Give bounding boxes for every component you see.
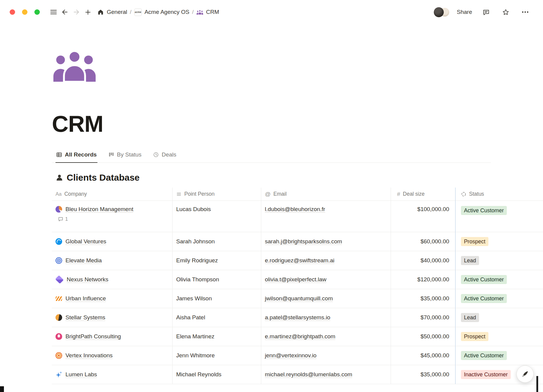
email-cell[interactable]: jwilson@quantumquill.com [261, 289, 391, 308]
company-cell[interactable]: Nexus Networks [52, 270, 173, 289]
deal-size-cell[interactable]: $120,000.00 [391, 270, 456, 289]
email-link[interactable]: olivia.t@pixelperfect.law [265, 276, 326, 283]
company-link[interactable]: Stellar Systems [65, 314, 105, 321]
email-cell[interactable]: a.patel@stellarsystems.io [261, 308, 391, 327]
company-link[interactable]: Bleu Horizon Management [65, 206, 133, 213]
breadcrumb-home[interactable]: General [95, 7, 130, 17]
email-link[interactable]: e.martinez@brightpath.com [265, 333, 335, 340]
company-link[interactable]: Nexus Networks [67, 276, 108, 283]
company-cell[interactable]: BrightPath Consulting [52, 327, 173, 346]
company-cell[interactable]: Lumen Labs [52, 365, 173, 384]
point-person-cell[interactable]: Jenn Whitmore [173, 346, 261, 365]
clock-icon [153, 152, 159, 158]
email-cell[interactable]: michael.reynolds@lumenlabs.com [261, 365, 391, 384]
company-link[interactable]: Lumen Labs [65, 371, 97, 378]
email-cell[interactable]: l.dubois@bleuhorizon.fr [261, 201, 391, 232]
column-header-company[interactable]: Company [52, 188, 173, 201]
company-link[interactable]: Global Ventures [65, 238, 106, 245]
point-person-cell[interactable]: Emily Rodriguez [173, 251, 261, 270]
deal-size-cell[interactable]: $60,000.00 [391, 232, 456, 251]
deal-size-cell[interactable]: $70,000.00 [391, 308, 456, 327]
company-link[interactable]: Elevate Media [65, 257, 102, 264]
email-link[interactable]: e.rodriguez@swiftstream.ai [265, 257, 334, 264]
deal-size-cell[interactable]: $100,000.00 [391, 201, 456, 232]
point-person-cell[interactable]: Aisha Patel [173, 308, 261, 327]
database-heading: Clients Database [56, 172, 543, 183]
email-link[interactable]: a.patel@stellarsystems.io [265, 314, 330, 321]
point-person-cell[interactable]: Olivia Thompson [173, 270, 261, 289]
database-title[interactable]: Clients Database [67, 172, 140, 183]
page-title[interactable]: CRM [52, 112, 543, 135]
avatar[interactable] [434, 7, 444, 17]
breadcrumb-page[interactable]: CRM [194, 7, 221, 17]
company-cell[interactable]: Urban Influence [52, 289, 173, 308]
column-label: Status [469, 191, 484, 197]
sidebar-toggle-button[interactable] [48, 6, 59, 18]
email-cell[interactable]: e.rodriguez@swiftstream.ai [261, 251, 391, 270]
more-options-button[interactable] [519, 6, 531, 18]
point-person-cell[interactable]: Michael Reynolds [173, 365, 261, 384]
status-cell[interactable]: Active Customer [456, 270, 543, 289]
close-window-button[interactable] [10, 9, 15, 15]
column-header-email[interactable]: Email [261, 188, 391, 201]
status-cell[interactable]: Prospect [456, 327, 543, 346]
column-header-point-person[interactable]: Point Person [173, 188, 261, 201]
new-tab-button[interactable] [82, 6, 94, 18]
company-cell[interactable]: Elevate Media [52, 251, 173, 270]
minimize-window-button[interactable] [22, 9, 27, 15]
comments-button[interactable] [480, 6, 492, 18]
share-button[interactable]: Share [457, 9, 472, 15]
favorite-button[interactable] [500, 6, 511, 18]
email-cell[interactable]: sarah.j@brightsparksolns.com [261, 232, 391, 251]
back-button[interactable] [59, 6, 71, 18]
email-cell[interactable]: olivia.t@pixelperfect.law [261, 270, 391, 289]
status-cell[interactable]: Active Customer [456, 201, 543, 232]
email-link[interactable]: l.dubois@bleuhorizon.fr [265, 206, 325, 213]
company-link[interactable]: Urban Influence [65, 295, 106, 302]
status-cell[interactable]: Prospect [456, 232, 543, 251]
tab-by-status[interactable]: By Status [108, 150, 142, 163]
status-cell[interactable]: Lead [456, 308, 543, 327]
company-logo-icon [56, 371, 62, 378]
company-cell[interactable]: Global Ventures [52, 232, 173, 251]
status-badge: Active Customer [461, 294, 507, 303]
point-person-cell[interactable]: Elena Martinez [173, 327, 261, 346]
list-icon [176, 191, 182, 197]
point-person-cell[interactable]: Lucas Dubois [173, 201, 261, 232]
email-link[interactable]: jenn@vertexinnov.io [265, 352, 316, 359]
breadcrumb-workspace[interactable]: acme Acme Agency OS [132, 7, 192, 17]
status-cell[interactable]: Lead [456, 251, 543, 270]
email-cell[interactable]: jenn@vertexinnov.io [261, 346, 391, 365]
column-header-deal-size[interactable]: Deal size [391, 188, 456, 201]
company-cell[interactable]: Stellar Systems [52, 308, 173, 327]
company-logo-icon [56, 238, 62, 245]
email-link[interactable]: sarah.j@brightsparksolns.com [265, 238, 342, 245]
column-header-status[interactable]: Status [456, 188, 543, 201]
deal-size-cell[interactable]: $50,000.00 [391, 327, 456, 346]
company-link[interactable]: BrightPath Consulting [65, 333, 121, 340]
comment-indicator[interactable]: 1 [58, 216, 68, 222]
email-link[interactable]: michael.reynolds@lumenlabs.com [265, 371, 352, 378]
page-icon-button[interactable] [52, 47, 97, 82]
tab-all-records[interactable]: All Records [56, 150, 97, 163]
company-cell[interactable]: Bleu Horizon Management 1 [52, 201, 173, 232]
point-person-cell[interactable]: Sarah Johnson [173, 232, 261, 251]
zoom-window-button[interactable] [34, 9, 40, 15]
deal-size-cell[interactable]: $40,000.00 [391, 251, 456, 270]
company-cell[interactable]: Vertex Innovations [52, 346, 173, 365]
point-person-cell[interactable]: James Wilson [173, 289, 261, 308]
plus-icon [84, 8, 92, 16]
new-record-fab-button[interactable] [516, 365, 534, 383]
forward-button[interactable] [71, 6, 82, 18]
status-cell[interactable]: Active Customer [456, 289, 543, 308]
status-cell[interactable]: Active Customer [456, 346, 543, 365]
email-link[interactable]: jwilson@quantumquill.com [265, 295, 333, 302]
deal-size-cell[interactable]: $45,000.00 [391, 346, 456, 365]
column-label: Email [273, 191, 287, 197]
tab-deals[interactable]: Deals [152, 150, 177, 163]
company-link[interactable]: Vertex Innovations [65, 352, 113, 359]
deal-size-cell[interactable]: $35,000.00 [391, 365, 456, 384]
email-cell[interactable]: e.martinez@brightpath.com [261, 327, 391, 346]
deal-size-cell[interactable]: $35,000.00 [391, 289, 456, 308]
avatar-group[interactable] [434, 7, 450, 17]
